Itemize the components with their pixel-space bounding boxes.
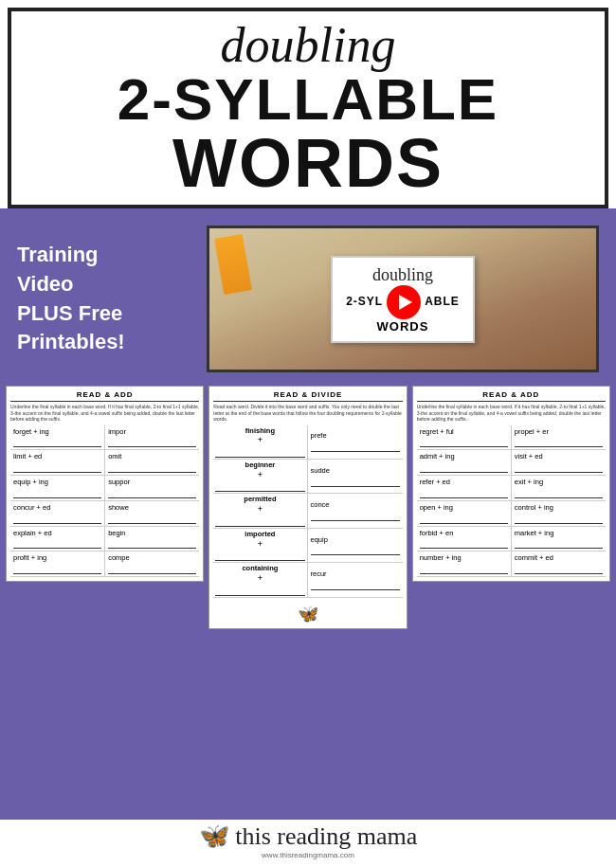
video-inner: doubling 2-SYL ABLE WORDS [209,228,596,370]
table-row: equip + ing suppor [10,476,199,501]
ws-right-subtitle: Underline the final syllable in each bas… [417,404,606,423]
table-row: containing + recur [213,563,402,597]
ws-cell: prefe [308,429,403,454]
ws-cell: admit + ing [417,450,512,475]
ws-cell: regret + ful [417,425,512,450]
ws-cell: profit + ing [10,551,105,576]
ws-cell: omit [105,450,199,475]
video-card-title-row: 2-SYL ABLE [346,285,460,319]
butterfly-decoration: 🦋 [213,604,402,624]
worksheet-middle: READ & DIVIDE Read each word. Divide it … [208,386,407,629]
ws-cell: explain + ed [10,527,105,551]
table-row: profit + ing compe [10,551,199,577]
ws-cell-beginner: beginner + [213,460,307,493]
table-row: limit + ed omit [10,450,199,476]
worksheet-left: READ & ADD Underline the final syllable … [6,386,204,582]
worksheets-section: READ & ADD Underline the final syllable … [0,386,616,820]
training-text: Training Video PLUS Free Printables! [17,241,188,357]
table-row: finishing + prefe [213,425,402,460]
table-row: number + ing commit + ed [417,551,606,577]
table-row: forget + ing impor [10,425,199,451]
table-row: imported + equip [213,529,402,563]
butterfly-footer-icon: 🦋 [199,822,229,850]
table-row: refer + ed exit + ing [417,476,606,501]
ws-cell: conce [308,498,403,523]
footer-brand-text: this reading mama [235,822,417,850]
footer-text: 🦋 this reading mama [0,824,616,849]
ws-cell: equip [308,533,403,558]
table-row: regret + ful propel + er [417,425,606,451]
ws-left-title: READ & ADD [10,390,199,402]
ws-cell: limit + ed [10,450,105,475]
ws-cell: open + ing [417,501,512,526]
ws-cell: suppor [105,476,199,500]
ws-cell-finishing: finishing + [213,425,307,459]
title-syllable: 2-SYLLABLE [30,70,586,129]
ws-cell: propel + er [512,425,606,450]
ws-cell: exit + ing [512,476,606,500]
ws-cell: impor [105,425,199,450]
ws-cell-containing: containing + [213,563,307,596]
ws-cell: equip + ing [10,476,105,500]
ws-cell: recur [308,568,403,592]
title-words: WORDS [30,129,586,197]
header-section: doubling 2-SYLLABLE WORDS [8,8,608,208]
ws-cell: control + ing [512,501,606,526]
ws-middle-subtitle: Read each word. Divide it into the base … [213,404,402,423]
video-card-part1: 2-SYL [346,296,383,308]
video-card-part2: ABLE [425,296,460,308]
butterfly-icon: 🦋 [298,605,318,623]
ws-cell: showe [105,501,199,526]
video-card-title1: doubling [346,265,460,285]
ws-cell: forget + ing [10,425,105,450]
play-button-icon[interactable] [387,285,421,319]
video-thumbnail[interactable]: doubling 2-SYL ABLE WORDS [207,226,599,372]
table-row: admit + ing visit + ed [417,450,606,476]
table-row: concur + ed showe [10,501,199,527]
video-card-words: WORDS [346,319,460,334]
ws-right-title: READ & ADD [417,390,606,402]
middle-section: Training Video PLUS Free Printables! dou… [0,208,616,386]
ws-cell-imported: imported + [213,529,307,562]
ws-cell: forbid + en [417,527,512,551]
table-row: explain + ed begin [10,527,199,552]
title-doubling: doubling [30,21,586,70]
ws-cell: commit + ed [512,551,606,576]
ws-cell: begin [105,527,199,551]
table-row: forbid + en market + ing [417,527,606,552]
ws-cell: market + ing [512,527,606,551]
table-row: open + ing control + ing [417,501,606,527]
ws-middle-title: READ & DIVIDE [213,390,402,402]
footer-url: www.thisreadingmama.com [0,851,616,859]
ws-cell: number + ing [417,551,512,576]
table-row: permitted + conce [213,494,402,528]
worksheet-right: READ & ADD Underline the final syllable … [412,386,610,582]
ws-cell: concur + ed [10,501,105,526]
video-card: doubling 2-SYL ABLE WORDS [331,256,475,343]
ws-cell: compe [105,551,199,576]
ws-cell: visit + ed [512,450,606,475]
ws-cell: sudde [308,464,403,489]
ws-cell: refer + ed [417,476,512,500]
ws-left-subtitle: Underline the final syllable in each bas… [10,404,199,423]
footer-section: 🦋 this reading mama www.thisreadingmama.… [0,820,616,867]
table-row: beginner + sudde [213,460,402,494]
ws-cell-permitted: permitted + [213,494,307,527]
